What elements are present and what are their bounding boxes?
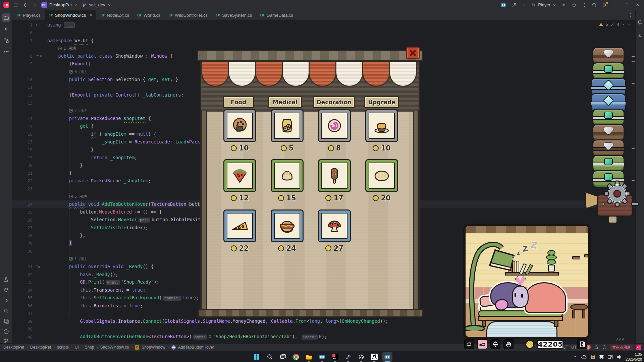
shop-item-bread[interactable] (365, 159, 398, 192)
hand-button[interactable] (503, 339, 514, 349)
branch-selector[interactable]: salt_dev (82, 2, 111, 7)
editor-tab[interactable]: C#NodeExt.cs (96, 10, 133, 20)
tabbar-kebab-icon[interactable] (628, 10, 635, 20)
taskbar-app-godot[interactable] (382, 352, 392, 362)
more-tools-icon[interactable] (2, 48, 10, 56)
commit-icon[interactable] (2, 25, 10, 33)
chest-brown[interactable] (592, 124, 625, 141)
shop-tab-decoration[interactable]: Decoration (313, 96, 355, 108)
tests-flask-icon[interactable] (2, 276, 10, 284)
shop-item-pudding[interactable] (365, 109, 398, 142)
weather-cloud-icon[interactable] (581, 354, 587, 360)
layers-icon[interactable] (2, 286, 10, 294)
tab-close-icon[interactable]: ✕ (89, 13, 92, 17)
run-config-selector[interactable]: Player (531, 2, 556, 7)
shop-tab-upgrade[interactable]: Upgrade (364, 96, 399, 108)
shop-tab-food[interactable]: Food (223, 96, 254, 108)
forward-icon[interactable] (32, 2, 37, 8)
maximize-button[interactable]: ▢ (624, 2, 630, 7)
license-chip[interactable]: 非商业用途 (610, 345, 633, 350)
settings-gear-icon[interactable] (602, 2, 607, 8)
hidden-icons-chevron[interactable] (573, 355, 577, 359)
shop-item-popsicle[interactable] (318, 159, 351, 192)
debug-button[interactable] (572, 2, 577, 8)
close-button[interactable]: ✕ (635, 2, 641, 7)
breadcrumb-item[interactable]: DesktopPet (3, 345, 24, 350)
cast-screen-icon[interactable] (607, 354, 613, 360)
pet-tray-icon[interactable] (590, 354, 596, 360)
main-menu-icon[interactable] (13, 2, 18, 8)
editor-tab[interactable]: C#ShopWindow.cs✕ (45, 10, 97, 20)
search-everywhere-icon[interactable] (592, 2, 597, 8)
shop-item-cookie-bag[interactable] (271, 109, 304, 142)
taskbar-app-chrome[interactable] (291, 352, 301, 362)
chest-brown[interactable] (592, 47, 625, 64)
breadcrumb-item[interactable]: ShopWindow.cs (100, 345, 129, 350)
shop-close-button[interactable] (406, 47, 420, 59)
taskbar-app-qq[interactable] (369, 352, 379, 362)
run-tool-icon[interactable] (2, 296, 10, 305)
chest-green[interactable] (592, 62, 625, 80)
door-exit-button[interactable] (577, 339, 587, 349)
ime-indicator[interactable]: 英 (599, 354, 604, 360)
taskbar-app-taskview[interactable] (278, 352, 288, 362)
shop-item-onigiri[interactable] (223, 109, 256, 142)
breadcrumb-item[interactable]: AddTabButtonHover (178, 345, 214, 350)
project-selector[interactable]: DP DesktopPet (41, 2, 78, 8)
taskbar-app-search[interactable] (265, 352, 275, 362)
editor-tab[interactable]: C#SaveSystem.cs (212, 10, 256, 20)
override-marker-icon[interactable]: ^io (36, 54, 47, 58)
taskbar-app-obs[interactable] (356, 352, 366, 362)
fold-icon[interactable]: > (36, 23, 47, 27)
shop-item-dumpling[interactable] (271, 159, 304, 192)
chest-brown[interactable] (592, 139, 625, 157)
chest-green[interactable] (592, 155, 625, 172)
taskbar-app-windows[interactable] (252, 352, 262, 362)
chest-green[interactable] (592, 109, 625, 126)
shield-icon[interactable] (602, 345, 607, 350)
speaker-icon[interactable] (616, 354, 622, 360)
breadcrumb[interactable]: DesktopPet›DesktopPet›scripts›UI›Shop›Sh… (3, 345, 214, 350)
taskbar-clock[interactable]: 1:35 2025/5/20 (626, 352, 642, 362)
build-hammer-icon[interactable] (512, 2, 517, 8)
shop-tab-medical[interactable]: Medical (268, 96, 302, 108)
lamp-button[interactable] (490, 339, 500, 349)
breadcrumb-item[interactable]: ShopWindow (142, 345, 165, 350)
shop-item-watermelon[interactable] (223, 159, 256, 192)
override-marker-icon[interactable]: ^o (36, 265, 47, 268)
inspections-widget[interactable]: 5 4 (599, 22, 631, 27)
breadcrumb-item[interactable]: scripts (57, 345, 69, 350)
structure-icon[interactable] (2, 36, 10, 45)
taskbar-app-steam[interactable] (343, 352, 353, 362)
files-tool-icon[interactable] (2, 317, 10, 325)
breadcrumb-item[interactable]: UI (75, 345, 79, 350)
problems-info-icon[interactable] (2, 327, 10, 336)
code-line[interactable]: 7namespace WF.UI { (12, 37, 635, 45)
taskbar-app-godot[interactable] (317, 352, 327, 362)
editor-tab[interactable]: C#World.cs (133, 10, 164, 20)
code-line[interactable]: 1>using ... (12, 21, 635, 29)
project-folder-icon[interactable] (2, 13, 10, 22)
bed-button[interactable] (477, 339, 487, 349)
notifications-bell-icon[interactable] (637, 19, 643, 25)
godot-editor-icon[interactable] (500, 2, 506, 8)
breadcrumb-item[interactable]: Shop (85, 345, 94, 350)
chevron-down-icon[interactable] (522, 3, 526, 7)
shop-item-hotdog[interactable] (271, 209, 304, 242)
mailbox-button[interactable] (464, 339, 474, 349)
editor-tab[interactable]: C#WildController.cs (164, 10, 212, 20)
search-tool-icon[interactable] (2, 307, 10, 315)
shop-item-cheese[interactable] (223, 209, 256, 242)
profiler-pulse-icon[interactable] (637, 34, 643, 40)
taskbar-app-rider[interactable]: RD (330, 352, 340, 362)
code-line[interactable]: 6 (12, 29, 635, 37)
run-button[interactable] (561, 2, 567, 7)
shop-item-swirl-candy[interactable] (318, 109, 351, 142)
shop-item-mushroom[interactable] (318, 209, 351, 242)
taskbar-app-explorer[interactable] (304, 352, 314, 362)
editor-tab[interactable]: C#Player.cs (12, 10, 45, 20)
machine-toy[interactable] (589, 185, 639, 228)
minimize-button[interactable]: ─ (612, 2, 619, 7)
breadcrumb-item[interactable]: DesktopPet (30, 345, 51, 350)
more-kebab-icon[interactable] (582, 3, 587, 7)
